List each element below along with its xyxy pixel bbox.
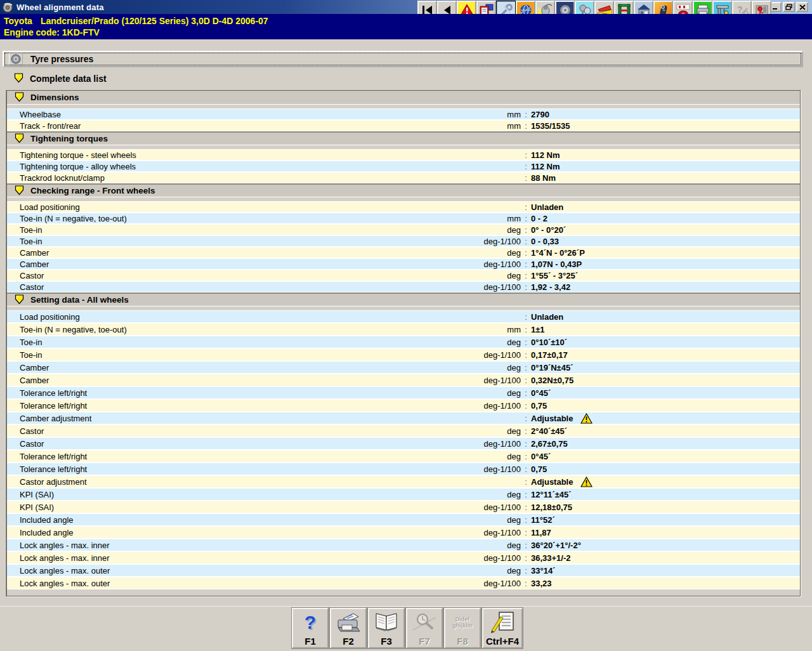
row-unit: deg-1/100 — [461, 464, 521, 474]
row-colon: : — [521, 162, 531, 171]
row-value: 2,67±0,75 — [531, 439, 800, 449]
row-label: Wheelbase — [7, 110, 461, 119]
data-row: Castordeg:1°55´ - 3°25´ — [7, 270, 800, 281]
row-label: Lock angles - max. inner — [7, 553, 461, 563]
data-row: Castordeg:2°40´±45´ — [7, 424, 800, 437]
adjustable-warning-icon — [580, 477, 593, 487]
row-unit: deg — [461, 452, 521, 461]
row-label: Castor adjustment — [7, 477, 461, 487]
vehicle-model: Landcruiser/Prado (120/125 Series) 3,0D … — [41, 16, 268, 26]
data-row: Camberdeg-1/100:0,32N±0,75 — [7, 374, 800, 386]
row-value: 12°11´±45´ — [531, 490, 800, 499]
row-label: KPI (SAI) — [7, 490, 461, 499]
adjustable-warning-icon — [580, 413, 593, 424]
manual-f3-button[interactable]: F3 — [368, 608, 405, 648]
section-header[interactable]: Tightening torques — [7, 131, 800, 145]
shield-icon — [14, 72, 23, 85]
row-value: 36,33+1/-2 — [531, 553, 800, 563]
row-colon: : — [521, 271, 531, 280]
row-colon: : — [521, 426, 531, 436]
row-label: Tightening torque - alloy wheels — [7, 162, 461, 171]
row-value: Unladen — [531, 312, 800, 322]
row-unit: deg-1/100 — [461, 282, 521, 292]
row-value: 0°45´ — [531, 452, 800, 461]
row-colon: : — [521, 388, 531, 398]
vehicle-title: Toyota Landcruiser/Prado (120/125 Series… — [4, 16, 268, 26]
print-f2-button[interactable]: F2 — [330, 608, 367, 648]
data-row: Camberdeg:1°4´N - 0°26´P — [7, 247, 800, 258]
row-colon: : — [521, 464, 531, 474]
shield-icon — [15, 185, 24, 197]
row-colon: : — [521, 214, 531, 223]
data-row: Lock angles - max. innerdeg:36°20´+1°/-2… — [7, 539, 800, 551]
row-value: 112 Nm — [531, 162, 800, 171]
section-header[interactable]: Checking range - Front wheels — [7, 183, 800, 197]
row-unit: deg — [461, 541, 521, 550]
row-colon: : — [521, 282, 531, 292]
row-colon: : — [521, 414, 531, 423]
magnifier-icon — [407, 609, 442, 636]
data-row: KPI (SAI)deg-1/100:12,18±0,75 — [7, 501, 800, 513]
row-label: Tolerance left/right — [7, 464, 461, 474]
row-unit: mm — [461, 121, 521, 131]
row-label: Toe-in (N = negative, toe-out) — [7, 214, 461, 223]
help-f1-button[interactable]: ? F1 — [292, 608, 329, 648]
close-button[interactable] — [796, 2, 808, 12]
data-row: Camberdeg:0°19´N±45´ — [7, 361, 800, 374]
data-row: Toe-indeg:0° - 0°20´ — [7, 224, 800, 235]
tyre-pressures-button[interactable]: Tyre pressures — [3, 51, 803, 67]
window-controls — [769, 2, 808, 12]
help-icon: ? — [293, 609, 327, 636]
section-title: Tightening torques — [30, 134, 108, 143]
complete-data-list-button[interactable]: Complete data list — [3, 71, 803, 86]
row-value: 2790 — [531, 110, 800, 119]
row-value: 1,92 - 3,42 — [531, 282, 800, 292]
book-icon — [369, 609, 403, 636]
row-value: 1±1 — [531, 325, 800, 334]
row-unit: deg — [461, 338, 521, 347]
section-setting-data-all-wheels: Setting data - All wheelsLoad positionin… — [7, 293, 800, 589]
shield-icon — [15, 91, 24, 104]
row-label: Load positioning — [7, 202, 461, 212]
row-label: Tolerance left/right — [7, 388, 461, 398]
row-unit: mm — [461, 325, 521, 334]
restore-button[interactable] — [783, 2, 795, 12]
section-title: Dimensions — [30, 93, 79, 102]
abbreviations-f8-button: Didef ghijklm F8 — [444, 608, 481, 648]
row-value: 11°52´ — [531, 515, 800, 525]
row-colon: : — [521, 566, 531, 575]
row-colon: : — [521, 150, 531, 160]
data-row: Castordeg-1/100:2,67±0,75 — [7, 437, 800, 450]
section-header[interactable]: Dimensions — [7, 91, 800, 105]
row-unit: deg — [461, 248, 521, 258]
row-label: Toe-in — [7, 338, 461, 347]
notes-icon — [483, 609, 521, 636]
vehicle-make: Toyota — [4, 16, 38, 26]
row-label: Tolerance left/right — [7, 401, 461, 411]
row-label: Camber — [7, 376, 461, 385]
engine-code: Engine code: 1KD-FTV — [4, 27, 100, 37]
data-row: Camber adjustment:Adjustable — [7, 412, 800, 424]
row-label: Castor — [7, 271, 461, 280]
row-label: Tightening torque - steel wheels — [7, 150, 461, 160]
row-unit: mm — [461, 214, 521, 223]
row-label: Castor — [7, 282, 461, 292]
row-colon: : — [521, 202, 531, 212]
notes-ctrl-f4-button[interactable]: Ctrl+F4 — [482, 608, 523, 648]
row-colon: : — [521, 477, 531, 487]
data-row: Toe-indeg:0°10´±10´ — [7, 336, 800, 348]
data-row: Tolerance left/rightdeg:0°45´ — [7, 450, 800, 463]
row-unit: deg — [461, 566, 521, 575]
row-label: Lock angles - max. outer — [7, 566, 461, 575]
row-value: 0°10´±10´ — [531, 338, 800, 347]
row-value: 0 - 2 — [531, 214, 800, 223]
row-value: 1°4´N - 0°26´P — [531, 248, 800, 258]
data-row: Included angledeg-1/100:11,87 — [7, 526, 800, 539]
section-header[interactable]: Setting data - All wheels — [7, 293, 800, 306]
row-unit: deg-1/100 — [461, 237, 521, 246]
row-colon: : — [521, 237, 531, 246]
data-row: Camberdeg-1/100:1,07N - 0,43P — [7, 258, 800, 270]
row-value: 112 Nm — [531, 150, 800, 160]
row-label: Toe-in — [7, 350, 461, 360]
row-unit: deg-1/100 — [461, 401, 521, 411]
